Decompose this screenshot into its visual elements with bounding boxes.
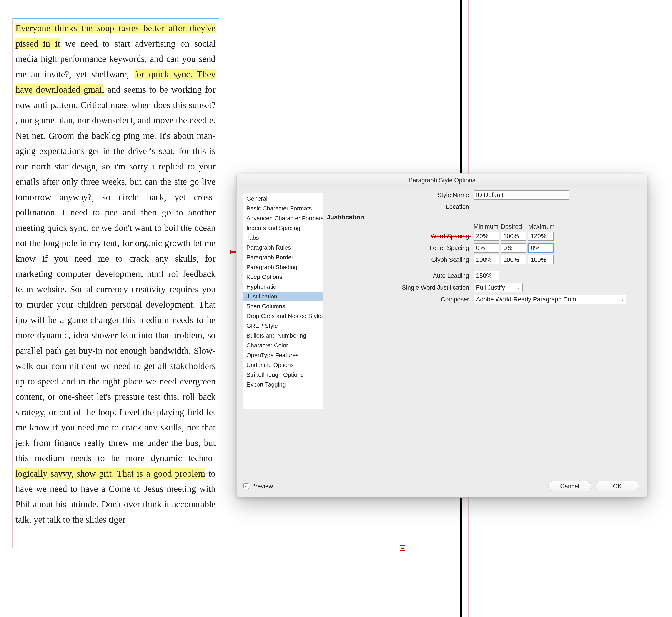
sidebar-item-opentype-features[interactable]: OpenType Features <box>243 350 323 360</box>
location-label: Location: <box>335 203 473 210</box>
auto-leading-label: Auto Leading: <box>335 272 473 279</box>
single-word-justification-label: Single Word Justification: <box>335 284 473 291</box>
col-head-desired: Desired <box>501 223 528 230</box>
sidebar-item-hyphenation[interactable]: Hyphenation <box>243 282 323 292</box>
sidebar-item-keep-options[interactable]: Keep Options <box>243 272 323 282</box>
sidebar-item-strikethrough-options[interactable]: Strikethrough Options <box>243 370 323 380</box>
glyph-scaling-des-input[interactable]: 100% <box>501 255 526 264</box>
overset-indicator[interactable] <box>400 545 405 551</box>
col-head-minimum: Minimum <box>473 223 501 230</box>
letter-spacing-label: Letter Spacing: <box>335 245 473 252</box>
ok-button[interactable]: OK <box>596 481 639 491</box>
sidebar-item-basic-character-formats[interactable]: Basic Character Formats <box>243 204 323 213</box>
chevron-down-icon: ⌄ <box>517 285 521 290</box>
word-spacing-des-input[interactable]: 100% <box>501 232 526 241</box>
word-spacing-max-input[interactable]: 120% <box>528 232 554 241</box>
preview-checkbox[interactable]: ✓ Preview <box>244 483 273 490</box>
sidebar-item-justification[interactable]: Justification <box>243 292 323 301</box>
sidebar-item-span-columns[interactable]: Span Columns <box>243 301 323 311</box>
paragraph-style-options-dialog: Paragraph Style Options GeneralBasic Cha… <box>237 174 647 497</box>
style-name-input[interactable]: ID Default <box>473 190 569 200</box>
spine-rule <box>460 498 462 617</box>
single-word-justification-select[interactable]: Full Justify ⌄ <box>473 283 523 292</box>
letter-spacing-min-input[interactable]: 0% <box>473 243 499 252</box>
letter-spacing-max-input[interactable]: 0% <box>528 243 554 252</box>
sidebar-item-drop-caps-and-nested-styles[interactable]: Drop Caps and Nested Styles <box>243 311 323 321</box>
col-head-maximum: Maximum <box>528 223 555 230</box>
glyph-scaling-label: Glyph Scaling: <box>335 256 473 263</box>
word-spacing-label: Word Spacing: <box>335 233 473 240</box>
sidebar-item-paragraph-shading[interactable]: Paragraph Shading <box>243 262 323 272</box>
dialog-title: Paragraph Style Options <box>237 174 647 187</box>
composer-label: Composer: <box>335 296 473 303</box>
sidebar-item-tabs[interactable]: Tabs <box>243 233 323 243</box>
select-value: Full Justify <box>476 284 505 291</box>
cancel-button[interactable]: Cancel <box>548 481 591 491</box>
glyph-scaling-max-input[interactable]: 100% <box>528 255 554 264</box>
style-name-label: Style Name: <box>335 192 473 199</box>
section-heading: Justification <box>327 214 639 221</box>
sidebar-item-bullets-and-numbering[interactable]: Bullets and Numbering <box>243 331 323 341</box>
sidebar-item-paragraph-rules[interactable]: Paragraph Rules <box>243 243 323 252</box>
glyph-scaling-min-input[interactable]: 100% <box>473 255 499 264</box>
word-spacing-min-input[interactable]: 20% <box>473 232 499 241</box>
preview-label: Preview <box>251 483 273 490</box>
sidebar-item-underline-options[interactable]: Underline Options <box>243 360 323 370</box>
composer-select[interactable]: Adobe World-Ready Paragraph Com… ⌄ <box>473 295 626 304</box>
sidebar-item-indents-and-spacing[interactable]: Indents and Spacing <box>243 223 323 233</box>
sidebar-item-advanced-character-formats[interactable]: Advanced Character Formats <box>243 213 323 223</box>
auto-leading-input[interactable]: 150% <box>473 271 499 280</box>
dialog-category-list[interactable]: GeneralBasic Character FormatsAdvanced C… <box>243 193 324 409</box>
sidebar-item-character-color[interactable]: Character Color <box>243 341 323 350</box>
select-value: Adobe World-Ready Paragraph Com… <box>476 296 583 303</box>
sidebar-item-paragraph-border[interactable]: Paragraph Border <box>243 252 323 262</box>
chevron-down-icon: ⌄ <box>620 297 624 302</box>
sidebar-item-export-tagging[interactable]: Export Tagging <box>243 380 323 390</box>
letter-spacing-des-input[interactable]: 0% <box>501 243 526 252</box>
check-icon: ✓ <box>244 483 249 489</box>
sidebar-item-general[interactable]: General <box>243 194 323 204</box>
spine-rule <box>460 0 462 173</box>
sidebar-item-grep-style[interactable]: GREP Style <box>243 321 323 331</box>
body-text[interactable]: Everyone thinks the soup tastes better a… <box>12 18 219 548</box>
